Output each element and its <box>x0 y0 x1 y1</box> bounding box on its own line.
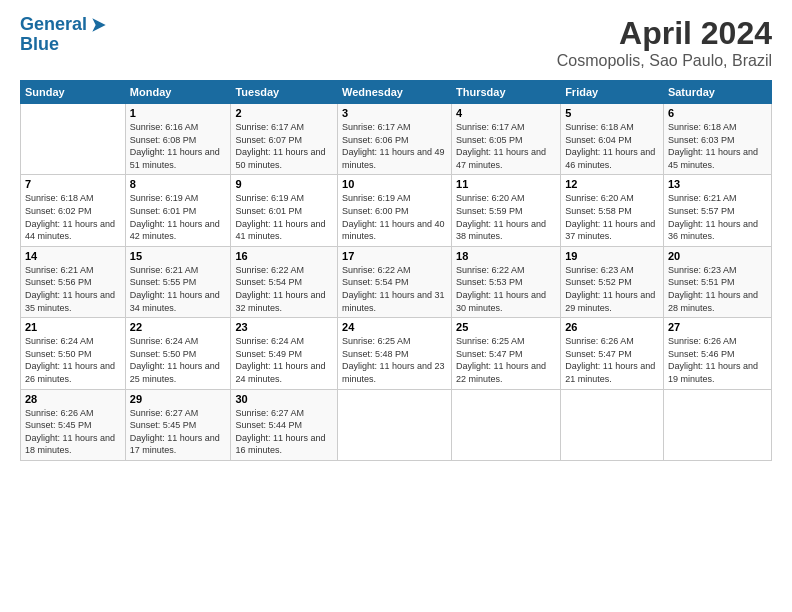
title-block: April 2024 Cosmopolis, Sao Paulo, Brazil <box>557 15 772 70</box>
subtitle: Cosmopolis, Sao Paulo, Brazil <box>557 52 772 70</box>
day-detail: Sunrise: 6:24 AMSunset: 5:49 PMDaylight:… <box>235 335 333 385</box>
day-number: 4 <box>456 107 556 119</box>
day-number: 6 <box>668 107 767 119</box>
cell-w3d6: 27Sunrise: 6:26 AMSunset: 5:46 PMDayligh… <box>663 318 771 389</box>
col-wednesday: Wednesday <box>338 81 452 104</box>
cell-w3d2: 23Sunrise: 6:24 AMSunset: 5:49 PMDayligh… <box>231 318 338 389</box>
day-detail: Sunrise: 6:17 AMSunset: 6:05 PMDaylight:… <box>456 121 556 171</box>
cell-w3d0: 21Sunrise: 6:24 AMSunset: 5:50 PMDayligh… <box>21 318 126 389</box>
day-detail: Sunrise: 6:24 AMSunset: 5:50 PMDaylight:… <box>25 335 121 385</box>
day-number: 18 <box>456 250 556 262</box>
day-number: 1 <box>130 107 227 119</box>
svg-marker-0 <box>92 18 105 31</box>
cell-w3d1: 22Sunrise: 6:24 AMSunset: 5:50 PMDayligh… <box>125 318 231 389</box>
header: General Blue April 2024 Cosmopolis, Sao … <box>20 15 772 70</box>
day-detail: Sunrise: 6:26 AMSunset: 5:47 PMDaylight:… <box>565 335 659 385</box>
cell-w0d2: 2Sunrise: 6:17 AMSunset: 6:07 PMDaylight… <box>231 104 338 175</box>
page: General Blue April 2024 Cosmopolis, Sao … <box>0 0 792 612</box>
day-number: 17 <box>342 250 447 262</box>
col-tuesday: Tuesday <box>231 81 338 104</box>
day-detail: Sunrise: 6:18 AMSunset: 6:04 PMDaylight:… <box>565 121 659 171</box>
cell-w3d4: 25Sunrise: 6:25 AMSunset: 5:47 PMDayligh… <box>452 318 561 389</box>
day-number: 23 <box>235 321 333 333</box>
cell-w4d1: 29Sunrise: 6:27 AMSunset: 5:45 PMDayligh… <box>125 389 231 460</box>
day-number: 27 <box>668 321 767 333</box>
col-monday: Monday <box>125 81 231 104</box>
day-number: 20 <box>668 250 767 262</box>
day-detail: Sunrise: 6:25 AMSunset: 5:48 PMDaylight:… <box>342 335 447 385</box>
day-number: 9 <box>235 178 333 190</box>
cell-w0d5: 5Sunrise: 6:18 AMSunset: 6:04 PMDaylight… <box>561 104 664 175</box>
cell-w1d0: 7Sunrise: 6:18 AMSunset: 6:02 PMDaylight… <box>21 175 126 246</box>
cell-w1d2: 9Sunrise: 6:19 AMSunset: 6:01 PMDaylight… <box>231 175 338 246</box>
cell-w0d6: 6Sunrise: 6:18 AMSunset: 6:03 PMDaylight… <box>663 104 771 175</box>
week-row-1: 7Sunrise: 6:18 AMSunset: 6:02 PMDaylight… <box>21 175 772 246</box>
day-detail: Sunrise: 6:19 AMSunset: 6:01 PMDaylight:… <box>235 192 333 242</box>
cell-w4d6 <box>663 389 771 460</box>
logo-blue-text: Blue <box>20 34 59 54</box>
day-number: 11 <box>456 178 556 190</box>
col-sunday: Sunday <box>21 81 126 104</box>
day-number: 21 <box>25 321 121 333</box>
day-detail: Sunrise: 6:26 AMSunset: 5:45 PMDaylight:… <box>25 407 121 457</box>
week-row-2: 14Sunrise: 6:21 AMSunset: 5:56 PMDayligh… <box>21 246 772 317</box>
logo: General Blue <box>20 15 109 55</box>
day-number: 7 <box>25 178 121 190</box>
day-number: 24 <box>342 321 447 333</box>
day-detail: Sunrise: 6:24 AMSunset: 5:50 PMDaylight:… <box>130 335 227 385</box>
header-row: Sunday Monday Tuesday Wednesday Thursday… <box>21 81 772 104</box>
cell-w1d4: 11Sunrise: 6:20 AMSunset: 5:59 PMDayligh… <box>452 175 561 246</box>
cell-w1d5: 12Sunrise: 6:20 AMSunset: 5:58 PMDayligh… <box>561 175 664 246</box>
day-number: 19 <box>565 250 659 262</box>
day-detail: Sunrise: 6:19 AMSunset: 6:01 PMDaylight:… <box>130 192 227 242</box>
day-detail: Sunrise: 6:17 AMSunset: 6:07 PMDaylight:… <box>235 121 333 171</box>
day-detail: Sunrise: 6:18 AMSunset: 6:02 PMDaylight:… <box>25 192 121 242</box>
day-number: 15 <box>130 250 227 262</box>
day-number: 16 <box>235 250 333 262</box>
cell-w2d1: 15Sunrise: 6:21 AMSunset: 5:55 PMDayligh… <box>125 246 231 317</box>
day-number: 14 <box>25 250 121 262</box>
cell-w2d4: 18Sunrise: 6:22 AMSunset: 5:53 PMDayligh… <box>452 246 561 317</box>
logo-icon <box>89 15 109 35</box>
week-row-4: 28Sunrise: 6:26 AMSunset: 5:45 PMDayligh… <box>21 389 772 460</box>
day-detail: Sunrise: 6:23 AMSunset: 5:52 PMDaylight:… <box>565 264 659 314</box>
day-detail: Sunrise: 6:19 AMSunset: 6:00 PMDaylight:… <box>342 192 447 242</box>
day-detail: Sunrise: 6:21 AMSunset: 5:57 PMDaylight:… <box>668 192 767 242</box>
day-detail: Sunrise: 6:22 AMSunset: 5:54 PMDaylight:… <box>342 264 447 314</box>
day-number: 8 <box>130 178 227 190</box>
col-friday: Friday <box>561 81 664 104</box>
day-number: 28 <box>25 393 121 405</box>
day-number: 5 <box>565 107 659 119</box>
day-number: 13 <box>668 178 767 190</box>
col-thursday: Thursday <box>452 81 561 104</box>
day-number: 30 <box>235 393 333 405</box>
cell-w3d5: 26Sunrise: 6:26 AMSunset: 5:47 PMDayligh… <box>561 318 664 389</box>
day-detail: Sunrise: 6:25 AMSunset: 5:47 PMDaylight:… <box>456 335 556 385</box>
day-detail: Sunrise: 6:22 AMSunset: 5:53 PMDaylight:… <box>456 264 556 314</box>
cell-w4d3 <box>338 389 452 460</box>
day-detail: Sunrise: 6:17 AMSunset: 6:06 PMDaylight:… <box>342 121 447 171</box>
cell-w4d2: 30Sunrise: 6:27 AMSunset: 5:44 PMDayligh… <box>231 389 338 460</box>
logo-text: General <box>20 15 87 35</box>
day-detail: Sunrise: 6:20 AMSunset: 5:58 PMDaylight:… <box>565 192 659 242</box>
day-detail: Sunrise: 6:16 AMSunset: 6:08 PMDaylight:… <box>130 121 227 171</box>
day-detail: Sunrise: 6:22 AMSunset: 5:54 PMDaylight:… <box>235 264 333 314</box>
week-row-0: 1Sunrise: 6:16 AMSunset: 6:08 PMDaylight… <box>21 104 772 175</box>
cell-w1d1: 8Sunrise: 6:19 AMSunset: 6:01 PMDaylight… <box>125 175 231 246</box>
day-detail: Sunrise: 6:23 AMSunset: 5:51 PMDaylight:… <box>668 264 767 314</box>
cell-w0d4: 4Sunrise: 6:17 AMSunset: 6:05 PMDaylight… <box>452 104 561 175</box>
cell-w0d0 <box>21 104 126 175</box>
cell-w3d3: 24Sunrise: 6:25 AMSunset: 5:48 PMDayligh… <box>338 318 452 389</box>
day-detail: Sunrise: 6:27 AMSunset: 5:44 PMDaylight:… <box>235 407 333 457</box>
day-number: 25 <box>456 321 556 333</box>
day-number: 22 <box>130 321 227 333</box>
day-number: 10 <box>342 178 447 190</box>
cell-w0d3: 3Sunrise: 6:17 AMSunset: 6:06 PMDaylight… <box>338 104 452 175</box>
day-detail: Sunrise: 6:18 AMSunset: 6:03 PMDaylight:… <box>668 121 767 171</box>
day-number: 2 <box>235 107 333 119</box>
day-detail: Sunrise: 6:20 AMSunset: 5:59 PMDaylight:… <box>456 192 556 242</box>
cell-w2d5: 19Sunrise: 6:23 AMSunset: 5:52 PMDayligh… <box>561 246 664 317</box>
cell-w4d4 <box>452 389 561 460</box>
cell-w4d0: 28Sunrise: 6:26 AMSunset: 5:45 PMDayligh… <box>21 389 126 460</box>
calendar-table: Sunday Monday Tuesday Wednesday Thursday… <box>20 80 772 461</box>
